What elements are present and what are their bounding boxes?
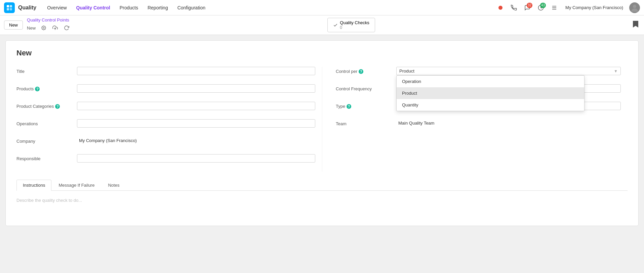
company-label: Company: [16, 137, 77, 144]
bookmark-button[interactable]: [631, 19, 640, 31]
tab-message-if-failure[interactable]: Message If Failure: [52, 180, 101, 190]
product-categories-input[interactable]: [77, 102, 315, 110]
settings-gear-button[interactable]: [39, 23, 48, 33]
action-icons: [39, 23, 71, 33]
operations-input[interactable]: [77, 119, 315, 128]
top-navigation: Quality Overview Quality Control Product…: [0, 0, 644, 15]
nav-products[interactable]: Products: [116, 3, 142, 12]
products-input[interactable]: [77, 84, 315, 93]
company-row: Company My Company (San Francisco): [16, 137, 315, 147]
control-per-dropdown-wrapper: Product ▼ Operation Product Quantity: [396, 67, 621, 75]
nav-reporting[interactable]: Reporting: [144, 3, 172, 12]
company-value: My Company (San Francisco): [77, 137, 315, 144]
nav-overview[interactable]: Overview: [43, 3, 71, 12]
dropdown-option-quantity[interactable]: Quantity: [397, 99, 584, 111]
dropdown-option-product[interactable]: Product: [397, 87, 584, 99]
responsible-input[interactable]: [77, 154, 315, 163]
product-categories-help-icon[interactable]: ?: [55, 104, 60, 109]
control-per-row: Control per ? Product ▼ Operation Produc…: [336, 67, 621, 78]
tab-instructions[interactable]: Instructions: [16, 180, 51, 191]
team-row: Team Main Quality Team: [336, 119, 621, 130]
form-grid: Title Products ? Product Categories ?: [16, 67, 628, 172]
quality-checks-label: Quality Checks: [340, 20, 369, 25]
main-content: New Title Products ?: [0, 35, 644, 273]
svg-rect-3: [10, 8, 12, 10]
messages-badge: 32: [527, 3, 532, 8]
app-logo[interactable]: [4, 2, 15, 13]
form-right: Control per ? Product ▼ Operation Produc…: [322, 67, 628, 172]
control-per-help-icon[interactable]: ?: [359, 69, 363, 74]
products-help-icon[interactable]: ?: [35, 87, 40, 91]
form-title: New: [16, 49, 628, 57]
team-label: Team: [336, 119, 396, 126]
quality-checks-button[interactable]: Quality Checks 0: [327, 18, 375, 32]
title-input[interactable]: [77, 67, 315, 75]
svg-point-4: [498, 6, 502, 10]
control-per-value: Product: [399, 69, 414, 74]
nav-configuration[interactable]: Configuration: [173, 3, 209, 12]
breadcrumb-parent[interactable]: Quality Control Points: [27, 17, 69, 22]
svg-rect-0: [7, 5, 9, 7]
quality-checks-count: 0: [340, 25, 342, 30]
logo-icon: [4, 2, 15, 13]
operations-label: Operations: [16, 119, 77, 126]
operations-row: Operations: [16, 119, 315, 130]
product-categories-label: Product Categories ?: [16, 102, 77, 109]
control-per-dropdown[interactable]: Product ▼: [396, 67, 621, 75]
topbar-right: 32 43 My Company (San Francisco): [495, 2, 640, 13]
settings-icon[interactable]: [549, 3, 559, 13]
team-value: Main Quality Team: [396, 119, 621, 127]
svg-rect-1: [10, 5, 12, 7]
phone-icon[interactable]: [509, 3, 519, 13]
nav-quality-control[interactable]: Quality Control: [72, 3, 114, 12]
record-button[interactable]: [495, 3, 506, 13]
responsible-label: Responsible: [16, 154, 77, 161]
user-avatar[interactable]: [629, 2, 640, 13]
form-left: Title Products ? Product Categories ?: [16, 67, 322, 172]
main-menu: Overview Quality Control Products Report…: [43, 3, 495, 12]
tab-content: Describe the quality check to do...: [16, 191, 628, 218]
svg-rect-2: [7, 8, 9, 10]
tab-notes[interactable]: Notes: [102, 180, 126, 190]
products-label: Products ?: [16, 84, 77, 91]
control-frequency-label: Control Frequency: [336, 84, 396, 91]
svg-point-9: [633, 5, 636, 8]
center-buttons: Quality Checks 0: [74, 18, 629, 32]
products-row: Products ?: [16, 84, 315, 95]
upload-button[interactable]: [50, 23, 60, 33]
title-row: Title: [16, 67, 315, 78]
control-per-label: Control per ?: [336, 67, 396, 74]
messages-icon[interactable]: 32: [522, 3, 532, 13]
form-card: New Title Products ?: [5, 40, 639, 226]
title-label: Title: [16, 67, 77, 74]
refresh-button[interactable]: [62, 23, 71, 33]
svg-point-10: [43, 27, 44, 29]
breadcrumb-current: New: [27, 26, 36, 31]
app-name: Quality: [18, 5, 36, 11]
tasks-icon[interactable]: 43: [536, 3, 546, 13]
instructions-placeholder: Describe the quality check to do...: [16, 198, 82, 203]
dropdown-arrow-icon: ▼: [614, 69, 618, 74]
type-help-icon[interactable]: ?: [347, 104, 351, 109]
tasks-badge: 43: [540, 3, 546, 8]
control-per-dropdown-menu: Operation Product Quantity: [396, 75, 585, 111]
company-name[interactable]: My Company (San Francisco): [563, 4, 626, 11]
tabs-bar: Instructions Message If Failure Notes: [16, 180, 628, 191]
new-button[interactable]: New: [4, 20, 23, 30]
type-label: Type ?: [336, 102, 396, 109]
dropdown-option-operation[interactable]: Operation: [397, 76, 584, 87]
responsible-row: Responsible: [16, 154, 315, 165]
product-categories-row: Product Categories ?: [16, 102, 315, 112]
action-bar: New Quality Control Points New: [0, 15, 644, 35]
